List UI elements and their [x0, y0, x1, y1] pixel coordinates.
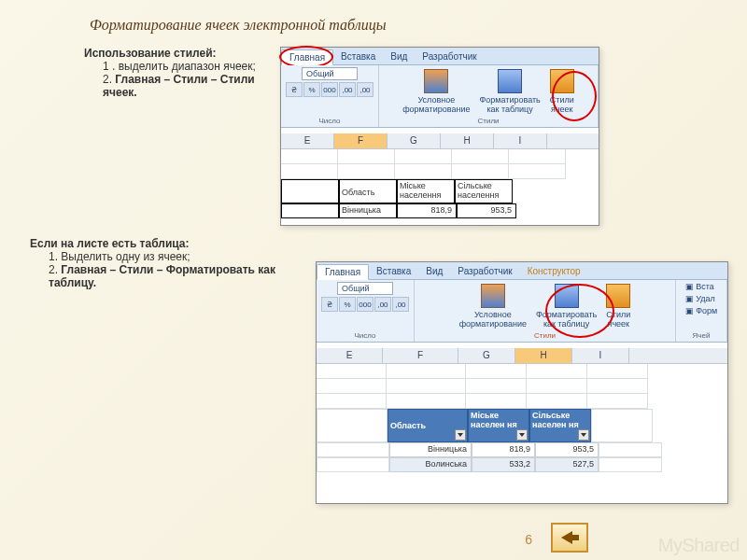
tab-developer-2[interactable]: Разработчик	[450, 264, 519, 278]
cell-styles-icon	[550, 69, 574, 93]
col-H[interactable]: H	[441, 133, 494, 148]
thousands-icon-2[interactable]: 000	[357, 297, 374, 312]
number-format-dropdown[interactable]: Общий	[302, 67, 358, 80]
tab-developer[interactable]: Разработчик	[415, 49, 484, 63]
section2-step1: 1. Выделить одну из ячеек;	[49, 250, 291, 263]
decrease-decimal-icon-2[interactable]: ,00	[392, 297, 409, 312]
watermark: MyShared	[658, 535, 740, 556]
number-buttons: ₴ % 000 ,00 ,00	[286, 82, 374, 97]
section1-heading: Использование стилей:	[84, 47, 271, 60]
conditional-formatting-button[interactable]: Условное форматирование	[399, 67, 473, 116]
tab-home-2[interactable]: Главная	[317, 264, 369, 280]
conditional-formatting-icon	[424, 69, 448, 93]
format-as-table-icon	[498, 69, 522, 93]
filter-icon[interactable]	[455, 429, 466, 441]
increase-decimal-icon-2[interactable]: ,00	[374, 297, 391, 312]
currency-icon-2[interactable]: ₴	[321, 297, 338, 312]
group-styles: Условное форматирование Форматировать ка…	[379, 65, 599, 127]
tab-constructor[interactable]: Конструктор	[520, 264, 588, 278]
group-cells: ▣ Вста ▣ Удал ▣ Форм Ячей	[676, 280, 727, 342]
col-F[interactable]: F	[334, 133, 388, 148]
format-as-table-button-2[interactable]: Форматировать как таблицу	[532, 282, 600, 330]
table2-h2: Міське населен ня	[468, 409, 529, 442]
table2-row1: Вінницька 818,9 953,5	[317, 442, 727, 457]
table1-h3: Сільське населення	[455, 179, 513, 203]
tab-insert[interactable]: Вставка	[333, 49, 383, 63]
page-title: Форматирование ячеек электронной таблицы	[90, 17, 387, 34]
insert-button[interactable]: ▣ Вста	[685, 282, 714, 291]
table1-h1: Область	[339, 179, 397, 203]
excel-screenshot-2: Главная Вставка Вид Разработчик Конструк…	[316, 261, 728, 504]
table1-row1: Вінницька 818,9 953,5	[281, 203, 599, 218]
table1-header: Область Міське населення Сільське населе…	[281, 179, 599, 203]
table2-h3: Сільське населен ня	[529, 409, 591, 442]
ribbon-tabs: Главная Вставка Вид Разработчик	[281, 48, 599, 65]
cell-styles-icon-2	[606, 284, 630, 308]
cell-styles-button[interactable]: Стили ячеек	[546, 67, 578, 116]
excel-screenshot-1: Главная Вставка Вид Разработчик Общий ₴ …	[280, 47, 599, 226]
group-number: Общий ₴ % 000 ,00 ,00 Число	[281, 65, 379, 127]
group-number-2: Общий ₴ % 000 ,00 ,00 Число	[317, 280, 415, 342]
tab-view[interactable]: Вид	[383, 49, 415, 63]
column-headers-2: E F G H I	[317, 348, 727, 364]
ribbon-body: Общий ₴ % 000 ,00 ,00 Число Условное фор…	[281, 65, 599, 128]
delete-button[interactable]: ▣ Удал	[685, 294, 715, 303]
table2-h1: Область	[388, 409, 468, 442]
section1-step1: 1 . выделить диапазон ячеек;	[103, 60, 271, 73]
section1-step2: 2. Главная – Стили – Стили ячеек.	[103, 73, 271, 99]
col-E[interactable]: E	[281, 133, 334, 148]
currency-icon[interactable]: ₴	[286, 82, 303, 97]
increase-decimal-icon[interactable]: ,00	[339, 82, 356, 97]
cell-styles-button-2[interactable]: Стили ячеек	[602, 282, 634, 330]
col-I[interactable]: I	[494, 133, 547, 148]
section2-step2: 2. Главная – Стили – Форматировать как т…	[49, 263, 291, 289]
conditional-formatting-icon-2	[481, 284, 505, 308]
filter-icon[interactable]	[516, 429, 528, 441]
tab-home[interactable]: Главная	[281, 49, 333, 65]
column-headers: E F G H I	[281, 133, 599, 149]
group-styles-2: Условное форматирование Форматировать ка…	[415, 280, 676, 342]
back-button[interactable]	[551, 523, 588, 553]
format-as-table-button[interactable]: Форматировать как таблицу	[475, 67, 543, 116]
format-as-table-icon-2	[555, 284, 579, 308]
decrease-decimal-icon[interactable]: ,00	[357, 82, 374, 97]
table1-h2: Міське населення	[397, 179, 455, 203]
section-using-styles: Использование стилей: 1 . выделить диапа…	[84, 47, 271, 99]
ribbon-tabs-2: Главная Вставка Вид Разработчик Конструк…	[317, 262, 727, 280]
table2-row2: Волинська 533,2 527,5	[317, 457, 727, 472]
filter-icon[interactable]	[578, 429, 589, 441]
section2-heading: Если на листе есть таблица:	[30, 237, 291, 250]
number-format-dropdown-2[interactable]: Общий	[337, 282, 393, 295]
section-table-on-sheet: Если на листе есть таблица: 1. Выделить …	[30, 237, 291, 289]
conditional-formatting-button-2[interactable]: Условное форматирование	[456, 282, 530, 330]
table2-header: Область Міське населен ня Сільське насел…	[317, 409, 727, 442]
tab-view-2[interactable]: Вид	[418, 264, 450, 278]
tab-insert-2[interactable]: Вставка	[369, 264, 418, 278]
percent-icon-2[interactable]: %	[339, 297, 356, 312]
page-number: 6	[525, 532, 532, 547]
thousands-icon[interactable]: 000	[321, 82, 338, 97]
format-button[interactable]: ▣ Форм	[685, 306, 718, 315]
ribbon-body-2: Общий ₴ % 000 ,00 ,00 Число Условное фор…	[317, 280, 727, 343]
col-G[interactable]: G	[388, 133, 441, 148]
percent-icon[interactable]: %	[303, 82, 320, 97]
